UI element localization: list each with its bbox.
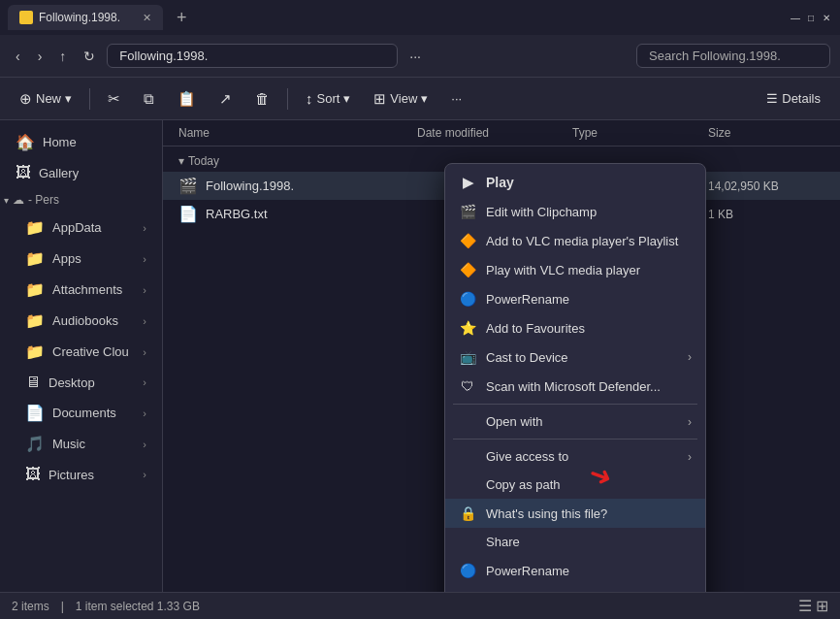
header-name[interactable]: Name [178, 126, 417, 140]
sidebar-item-documents[interactable]: 📄 Documents › [4, 398, 158, 428]
header-type[interactable]: Type [572, 126, 708, 140]
ctx-add-favourites-label: Add to Favourites [486, 321, 585, 336]
ctx-cast-device[interactable]: 📺 Cast to Device › [445, 342, 705, 372]
more-options-label: ··· [451, 91, 462, 106]
more-button[interactable]: ··· [404, 45, 427, 68]
sidebar-item-creative-cloud[interactable]: 📁 Creative Clou › [4, 337, 158, 367]
ctx-powerrename-2-label: PowerRename [486, 564, 569, 578]
sidebar-item-gallery[interactable]: 🖼 Gallery [4, 158, 158, 187]
arrow-icon-apps: › [143, 253, 146, 265]
header-date[interactable]: Date modified [417, 126, 572, 140]
ctx-separator-1 [453, 404, 697, 405]
back-button[interactable]: ‹ [10, 45, 26, 68]
copy-button[interactable]: ⧉ [134, 85, 164, 113]
gallery-icon: 🖼 [16, 164, 31, 181]
view-button[interactable]: ⊞ View ▾ [364, 85, 437, 113]
new-tab-button[interactable]: + [171, 8, 193, 28]
ctx-whats-using[interactable]: 🔒 What's using this file? [445, 499, 705, 528]
sidebar-label-documents: Documents [52, 406, 116, 420]
powerrename-icon-2: 🔵 [459, 563, 476, 578]
sidebar-cloud-group[interactable]: ▾ ☁ - Pers [0, 188, 162, 212]
new-dropdown-icon: ▾ [65, 91, 72, 106]
ctx-share-label: Share [486, 535, 520, 549]
sidebar-item-pictures[interactable]: 🖼 Pictures › [4, 460, 158, 489]
ctx-separator-2 [453, 439, 697, 440]
paste-button[interactable]: 📋 [168, 85, 206, 113]
new-button[interactable]: ⊕ New ▾ [10, 85, 81, 113]
search-input[interactable]: Search Following.1998. [636, 44, 830, 68]
toolbar-separator-1 [89, 88, 90, 110]
sort-icon: ↕ [306, 90, 313, 107]
sidebar-item-home[interactable]: 🏠 Home [4, 127, 158, 157]
header-size[interactable]: Size [708, 126, 805, 140]
delete-button[interactable]: 🗑 [245, 85, 279, 112]
delete-icon: 🗑 [255, 90, 270, 107]
cut-button[interactable]: ✂ [98, 85, 130, 113]
sort-label: Sort [317, 91, 340, 106]
more-options-button[interactable]: ··· [441, 86, 471, 111]
list-view-button[interactable]: ☰ [798, 597, 812, 615]
sidebar-item-attachments[interactable]: 📁 Attachments › [4, 275, 158, 305]
close-button[interactable]: ✕ [821, 12, 832, 23]
sidebar-label-audiobooks: Audiobooks [52, 313, 118, 328]
view-icon: ⊞ [373, 90, 386, 108]
tab-label: Following.1998. [39, 11, 120, 24]
ctx-clipchamp[interactable]: 🎬 Edit with Clipchamp [445, 197, 705, 226]
title-bar: Following.1998. ✕ + — □ ✕ [0, 0, 840, 35]
sidebar-label-home: Home [43, 135, 77, 149]
ctx-defender-label: Scan with Microsoft Defender... [486, 379, 661, 394]
ctx-vlc-playlist[interactable]: 🔶 Add to VLC media player's Playlist [445, 226, 705, 255]
folder-icon-apps: 📁 [25, 249, 45, 268]
share-button[interactable]: ↗ [210, 85, 242, 113]
tab-close-button[interactable]: ✕ [143, 12, 151, 24]
cloud-icon: ☁ [13, 193, 24, 207]
home-icon: 🏠 [16, 133, 35, 151]
up-button[interactable]: ↑ [53, 45, 72, 68]
sidebar-item-appdata[interactable]: 📁 AppData › [4, 212, 158, 243]
ctx-copy-path-label: Copy as path [486, 477, 561, 492]
sidebar-item-desktop[interactable]: 🖥 Desktop › [4, 368, 158, 397]
ctx-play[interactable]: ▶ Play [445, 168, 705, 197]
sort-button[interactable]: ↕ Sort ▾ [296, 85, 360, 112]
ctx-powerrename-1[interactable]: 🔵 PowerRename [445, 284, 705, 313]
file-name-cell: 🎬 Following.1998. [178, 177, 417, 195]
arrow-icon-music: › [143, 439, 146, 450]
details-button[interactable]: ☰ Details [757, 86, 830, 111]
folder-icon-documents: 📄 [25, 404, 45, 422]
sidebar-item-music[interactable]: 🎵 Music › [4, 429, 158, 459]
ctx-powerrename-2[interactable]: 🔵 PowerRename [445, 556, 705, 585]
ctx-cast-label: Cast to Device [486, 350, 568, 365]
forward-button[interactable]: › [32, 45, 48, 68]
ctx-give-access-label: Give access to [486, 449, 568, 464]
chevron-down-icon: ▾ [4, 195, 9, 206]
ctx-vlc-play[interactable]: 🔶 Play with VLC media player [445, 255, 705, 284]
details-label: Details [782, 91, 821, 106]
sidebar-item-apps[interactable]: 📁 Apps › [4, 244, 158, 274]
refresh-button[interactable]: ↻ [78, 45, 101, 68]
window-controls: — □ ✕ [790, 12, 832, 23]
active-tab[interactable]: Following.1998. ✕ [8, 5, 163, 30]
favourites-icon: ⭐ [459, 320, 476, 336]
arrow-icon-appdata: › [143, 222, 146, 234]
sidebar: 🏠 Home 🖼 Gallery ▾ ☁ - Pers 📁 AppData › … [0, 120, 163, 592]
address-path[interactable]: Following.1998. [107, 44, 398, 68]
vlc-icon-2: 🔶 [459, 262, 476, 277]
status-bar: 2 items | 1 item selected 1.33 GB ☰ ⊞ [0, 592, 840, 619]
maximize-button[interactable]: □ [805, 12, 817, 23]
minimize-button[interactable]: — [790, 12, 801, 23]
share-icon: ↗ [219, 90, 232, 108]
ctx-open-with[interactable]: Open with › [445, 407, 705, 436]
grid-view-button[interactable]: ⊞ [816, 597, 828, 615]
view-label: View [390, 91, 417, 106]
ctx-give-access[interactable]: Give access to › [445, 442, 705, 471]
folder-icon-desktop: 🖥 [25, 374, 41, 391]
ctx-add-favourites[interactable]: ⭐ Add to Favourites [445, 313, 705, 342]
powerrename-icon-1: 🔵 [459, 291, 476, 307]
ctx-copy-path[interactable]: Copy as path [445, 471, 705, 499]
sidebar-item-audiobooks[interactable]: 📁 Audiobooks › [4, 306, 158, 336]
ctx-restore-versions[interactable]: Restore previous versions [445, 585, 705, 592]
arrow-icon-desktop: › [143, 376, 146, 388]
ctx-defender[interactable]: 🛡 Scan with Microsoft Defender... [445, 372, 705, 401]
ctx-share[interactable]: Share [445, 528, 705, 556]
file-size-1: 1 KB [708, 208, 805, 221]
